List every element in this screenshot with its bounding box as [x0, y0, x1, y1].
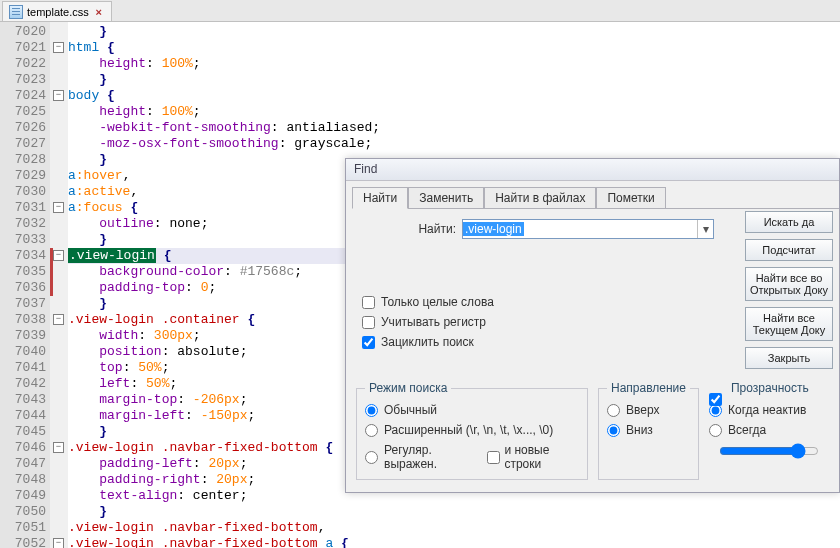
transparency-checkbox[interactable] — [709, 393, 722, 406]
find-label: Найти: — [398, 222, 456, 236]
code-line[interactable]: } — [68, 24, 840, 40]
find-dialog: Find Найти Заменить Найти в файлах Помет… — [345, 158, 840, 493]
fold-icon[interactable]: − — [53, 314, 64, 325]
code-line[interactable]: -webkit-font-smoothing: antialiased; — [68, 120, 840, 136]
newlines-checkbox[interactable]: и новые строки — [487, 443, 579, 471]
code-line[interactable]: } — [68, 504, 840, 520]
transparency-legend: Прозрачность — [727, 381, 813, 395]
trans-always-radio[interactable]: Всегда — [709, 423, 823, 437]
close-button[interactable]: Закрыть — [745, 347, 833, 369]
direction-fieldset: Направление Вверх Вниз — [598, 381, 699, 480]
fold-icon[interactable]: − — [53, 42, 64, 53]
code-line[interactable]: .view-login .navbar-fixed-bottom a { — [68, 536, 840, 548]
file-tab[interactable]: template.css × — [2, 1, 112, 21]
newlines-label: и новые строки — [504, 443, 579, 471]
count-button[interactable]: Подсчитат — [745, 239, 833, 261]
fold-icon[interactable]: − — [53, 90, 64, 101]
tab-find-in-files[interactable]: Найти в файлах — [484, 187, 596, 209]
transparency-fieldset: Прозрачность Когда неактив Всегда — [709, 381, 831, 480]
dir-down-label: Вниз — [626, 423, 653, 437]
match-case-label: Учитывать регистр — [381, 315, 486, 329]
mode-normal-label: Обычный — [384, 403, 437, 417]
code-line[interactable]: height: 100%; — [68, 56, 840, 72]
code-line[interactable]: -moz-osx-font-smoothing: grayscale; — [68, 136, 840, 152]
dir-up-label: Вверх — [626, 403, 659, 417]
trans-inactive-label: Когда неактив — [728, 403, 806, 417]
bottom-fieldsets: Режим поиска Обычный Расширенный (\r, \n… — [356, 381, 831, 480]
button-column: Искать да Подсчитат Найти все во Открыты… — [745, 211, 833, 369]
find-all-open-button[interactable]: Найти все во Открытых Доку — [745, 267, 833, 301]
find-all-current-button[interactable]: Найти все Текущем Доку — [745, 307, 833, 341]
file-tab-label: template.css — [27, 6, 89, 18]
fold-column: −−−−−−− — [50, 22, 68, 548]
trans-always-label: Всегда — [728, 423, 766, 437]
tab-marks[interactable]: Пометки — [596, 187, 665, 209]
mode-regex-label: Регуляр. выражен. — [384, 443, 475, 471]
wrap-label: Зациклить поиск — [381, 335, 474, 349]
dir-down-radio[interactable]: Вниз — [607, 423, 690, 437]
line-number-gutter: 7020702170227023702470257026702770287029… — [0, 22, 50, 548]
fold-icon[interactable]: − — [53, 442, 64, 453]
file-icon — [9, 5, 23, 19]
code-line[interactable]: body { — [68, 88, 840, 104]
dialog-title[interactable]: Find — [346, 159, 839, 181]
find-input-value[interactable]: .view-login — [463, 222, 524, 236]
mode-normal-radio[interactable]: Обычный — [365, 403, 579, 417]
whole-word-label: Только целые слова — [381, 295, 494, 309]
direction-legend: Направление — [607, 381, 690, 395]
mode-regex-radio[interactable]: Регуляр. выражен. — [365, 443, 475, 471]
fold-icon[interactable]: − — [53, 202, 64, 213]
dialog-tabs: Найти Заменить Найти в файлах Пометки — [352, 186, 839, 209]
editor-tab-bar: template.css × — [0, 0, 840, 22]
code-line[interactable]: } — [68, 72, 840, 88]
dir-up-radio[interactable]: Вверх — [607, 403, 690, 417]
chevron-down-icon[interactable]: ▾ — [697, 220, 713, 238]
tab-find[interactable]: Найти — [352, 187, 408, 209]
tab-replace[interactable]: Заменить — [408, 187, 484, 209]
code-line[interactable]: .view-login .navbar-fixed-bottom, — [68, 520, 840, 536]
find-next-button[interactable]: Искать да — [745, 211, 833, 233]
code-line[interactable]: height: 100%; — [68, 104, 840, 120]
code-line[interactable]: html { — [68, 40, 840, 56]
find-combo[interactable]: .view-login ▾ — [462, 219, 714, 239]
mode-extended-label: Расширенный (\r, \n, \t, \x..., \0) — [384, 423, 553, 437]
fold-icon[interactable]: − — [53, 538, 64, 548]
dialog-body: Найти: .view-login ▾ Искать да Подсчитат… — [346, 209, 839, 488]
fold-icon[interactable]: − — [53, 250, 64, 261]
search-mode-fieldset: Режим поиска Обычный Расширенный (\r, \n… — [356, 381, 588, 480]
mode-extended-radio[interactable]: Расширенный (\r, \n, \t, \x..., \0) — [365, 423, 579, 437]
close-icon[interactable]: × — [93, 6, 105, 18]
transparency-slider[interactable] — [719, 443, 819, 459]
search-mode-legend: Режим поиска — [365, 381, 451, 395]
trans-inactive-radio[interactable]: Когда неактив — [709, 403, 823, 417]
